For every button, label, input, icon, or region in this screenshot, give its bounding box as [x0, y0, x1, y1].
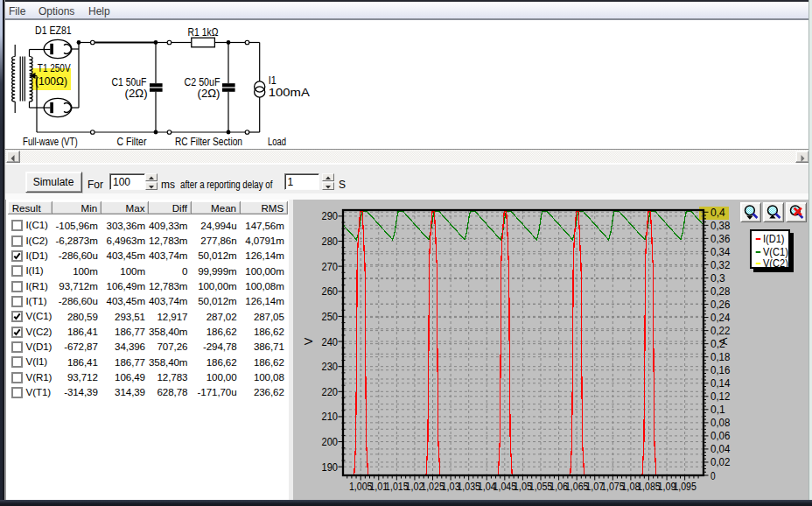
svg-text:0: 0 — [710, 470, 716, 482]
svg-text:0,26: 0,26 — [710, 299, 730, 311]
svg-text:R1 1kΩ: R1 1kΩ — [188, 26, 219, 39]
svg-text:260: 260 — [322, 285, 339, 298]
svg-text:RC Filter Section: RC Filter Section — [175, 136, 242, 148]
svg-text:0,08: 0,08 — [710, 417, 730, 429]
svg-text:0,32: 0,32 — [710, 259, 730, 271]
svg-text:0,04: 0,04 — [710, 443, 730, 455]
svg-text:C1 50uF: C1 50uF — [112, 76, 147, 88]
svg-text:0,36: 0,36 — [710, 233, 730, 245]
svg-text:0,18: 0,18 — [710, 351, 730, 363]
svg-text:240: 240 — [322, 336, 339, 348]
svg-text:220: 220 — [322, 386, 339, 398]
svg-text:(100Ω): (100Ω) — [35, 75, 67, 88]
svg-text:290: 290 — [322, 210, 339, 222]
svg-text:0,16: 0,16 — [710, 364, 730, 376]
svg-text:(2Ω): (2Ω) — [198, 88, 220, 100]
svg-text:Load: Load — [268, 136, 286, 148]
svg-text:A: A — [717, 337, 730, 345]
svg-text:T1 250V: T1 250V — [38, 62, 71, 74]
svg-text:C Filter: C Filter — [117, 136, 147, 148]
svg-text:0,02: 0,02 — [710, 456, 730, 468]
svg-text:190: 190 — [322, 461, 339, 474]
svg-text:(2Ω): (2Ω) — [125, 88, 148, 100]
svg-text:100mA: 100mA — [269, 87, 311, 99]
svg-text:0,1: 0,1 — [710, 404, 725, 416]
svg-text:V: V — [302, 337, 315, 345]
svg-text:0,38: 0,38 — [710, 220, 730, 232]
svg-text:C2 50uF: C2 50uF — [185, 76, 220, 88]
svg-text:I1: I1 — [269, 74, 276, 87]
svg-text:Full-wave (VT): Full-wave (VT) — [23, 136, 78, 148]
svg-text:0,34: 0,34 — [710, 246, 730, 258]
svg-text:0,06: 0,06 — [710, 430, 730, 442]
svg-text:270: 270 — [322, 261, 339, 273]
svg-text:280: 280 — [322, 235, 339, 248]
svg-text:0,4: 0,4 — [710, 207, 725, 219]
svg-text:230: 230 — [322, 361, 339, 373]
svg-text:200: 200 — [322, 436, 339, 448]
svg-text:0,24: 0,24 — [710, 312, 730, 324]
svg-text:250: 250 — [322, 311, 339, 323]
svg-text:0,3: 0,3 — [710, 272, 725, 285]
svg-text:0,28: 0,28 — [710, 285, 730, 298]
svg-text:1,095: 1,095 — [673, 481, 696, 493]
svg-text:0,14: 0,14 — [710, 377, 730, 390]
svg-text:210: 210 — [322, 411, 339, 423]
svg-text:0,22: 0,22 — [710, 325, 730, 337]
svg-text:0,12: 0,12 — [710, 390, 730, 403]
svg-text:D1 EZ81: D1 EZ81 — [35, 25, 72, 37]
